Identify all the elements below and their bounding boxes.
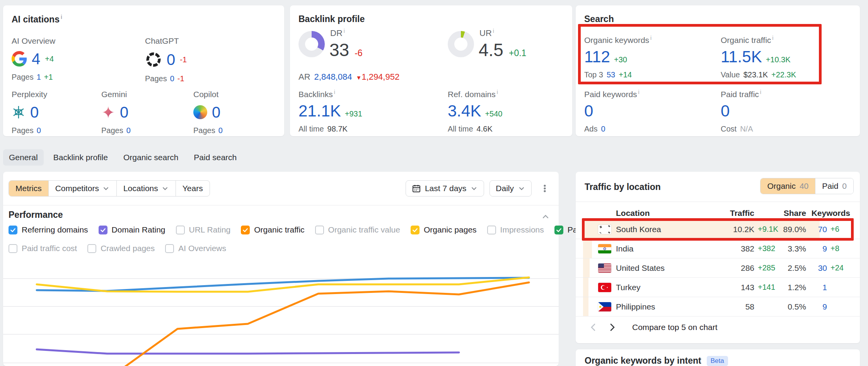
tab-organic-search[interactable]: Organic search	[118, 149, 184, 166]
platform-label: Copilot	[193, 90, 282, 99]
metric-checkbox-impressions[interactable]: Impressions	[487, 225, 544, 234]
keywords-by-intent-card: Organic keywords by intent Beta	[576, 349, 860, 366]
info-icon[interactable]: i	[334, 89, 335, 95]
ahrefs-rank-value[interactable]: 2,848,084	[314, 72, 352, 82]
share-bar	[583, 278, 588, 297]
stat-sub-value[interactable]: 53	[607, 70, 615, 79]
tab-backlink-profile[interactable]: Backlink profile	[48, 149, 114, 166]
metric-checkbox-paid-traffic-cost[interactable]: Paid traffic cost	[9, 244, 77, 253]
location-row-south-korea[interactable]: South Korea 10.2K +9.1K 89.0% 70 +6	[576, 220, 860, 239]
stat-value[interactable]: 0	[584, 103, 593, 119]
domain-rating-donut	[298, 31, 325, 57]
granularity-button[interactable]: Daily	[489, 180, 532, 197]
kr-flag	[598, 225, 616, 234]
metric-checkbox-ai-overviews[interactable]: AI Overviews	[165, 244, 226, 253]
metric-checkbox-domain-rating[interactable]: Domain Rating	[99, 225, 165, 234]
tab-paid-search[interactable]: Paid search	[188, 149, 242, 166]
info-icon[interactable]: i	[493, 28, 494, 34]
compare-top5-button[interactable]: Compare top 5 on chart	[632, 323, 718, 332]
info-icon[interactable]: i	[497, 89, 498, 95]
pages-value[interactable]: 0	[126, 126, 131, 135]
stat-value[interactable]: 11.5K	[721, 49, 762, 65]
share-value: 89.0%	[778, 225, 806, 234]
location-name[interactable]: South Korea	[616, 225, 720, 234]
location-row-philippines[interactable]: Philippines 58 0.5% 9	[576, 297, 860, 316]
traffic-delta: +141	[754, 283, 778, 292]
share-bar	[583, 297, 588, 316]
previous-page-button[interactable]	[586, 320, 601, 335]
keywords-value[interactable]: 9	[806, 302, 827, 311]
keywords-value[interactable]: 9	[806, 244, 827, 253]
segment-years[interactable]: Years	[176, 181, 210, 196]
toggle-organic[interactable]: Organic40	[761, 178, 815, 194]
metric-checkbox-organic-pages[interactable]: Organic pages	[411, 225, 477, 234]
platform-label: AI Overview	[12, 36, 101, 46]
metric-checkbox-referring-domains[interactable]: Referring domains	[9, 225, 88, 234]
pages-row: Pages 0 -1	[145, 74, 234, 83]
date-range-button[interactable]: Last 7 days	[406, 180, 484, 197]
checkbox-icon	[9, 244, 17, 253]
search-stat-paid-keywords: Paid keywordsi 0 Ads0	[584, 89, 639, 133]
location-name[interactable]: India	[616, 244, 720, 253]
next-page-button[interactable]	[604, 320, 620, 335]
organic-paid-toggle: Organic40Paid0	[760, 178, 854, 194]
citations-value[interactable]: 4	[32, 51, 40, 67]
keywords-value[interactable]: 70	[806, 225, 827, 234]
metric-checkbox-crawled-pages[interactable]: Crawled pages	[87, 244, 155, 253]
segment-competitors[interactable]: Competitors	[49, 181, 117, 196]
keywords-value[interactable]: 1	[806, 283, 827, 292]
metric-checkbox-organic-traffic-value[interactable]: Organic traffic value	[315, 225, 400, 234]
metric-label: Paid traffic cost	[22, 244, 77, 253]
ref-domains-value[interactable]: 3.4K	[448, 103, 481, 119]
search-card: Search Organic keywordsi 112 +30 Top 353…	[576, 5, 860, 136]
keywords-value[interactable]: 30	[806, 263, 827, 273]
location-name[interactable]: Philippines	[616, 302, 720, 311]
performance-line-chart[interactable]	[3, 254, 559, 366]
ph-flag	[598, 302, 616, 311]
pages-row: Pages 0	[193, 126, 282, 135]
location-table-header: Location Traffic Share Keywords	[576, 207, 860, 220]
dr-value: 33 -6	[329, 41, 363, 59]
location-name[interactable]: United States	[616, 263, 720, 273]
location-name[interactable]: Turkey	[616, 283, 720, 292]
search-stat-paid-traffic: Paid traffici 0 CostN/A	[721, 89, 761, 133]
info-icon[interactable]: i	[61, 14, 62, 20]
segment-metrics[interactable]: Metrics	[9, 181, 49, 196]
location-row-united-states[interactable]: United States 286 +285 2.5% 30 +24	[576, 258, 860, 278]
location-column-header: Location	[616, 209, 720, 218]
tab-general[interactable]: General	[3, 149, 44, 166]
info-icon[interactable]: i	[772, 35, 773, 41]
stat-value[interactable]: 0	[721, 103, 730, 119]
metric-label: Organic traffic value	[328, 225, 400, 234]
info-icon[interactable]: i	[760, 89, 761, 95]
location-row-india[interactable]: India 382 +382 3.3% 9 +8	[576, 239, 860, 258]
citations-value[interactable]: 0	[167, 52, 175, 67]
pages-value[interactable]: 1	[37, 73, 41, 82]
metric-checkbox-url-rating[interactable]: URL Rating	[176, 225, 231, 234]
location-row-turkey[interactable]: Turkey 143 +141 1.2% 1	[576, 278, 860, 297]
citations-value[interactable]: 0	[120, 104, 128, 120]
traffic-delta: +9.1K	[754, 225, 778, 234]
collapse-section-button[interactable]	[541, 212, 550, 223]
toggle-paid[interactable]: Paid0	[815, 178, 853, 194]
share-bar	[583, 258, 590, 277]
copilot-icon	[193, 105, 207, 119]
stat-value[interactable]: 112	[584, 49, 610, 65]
info-icon[interactable]: i	[650, 35, 651, 41]
backlinks-value[interactable]: 21.1K	[298, 103, 341, 119]
kebab-menu-button[interactable]	[537, 181, 553, 196]
pages-value[interactable]: 0	[37, 126, 41, 135]
citations-value[interactable]: 0	[30, 104, 39, 120]
pages-value[interactable]: 0	[218, 126, 223, 135]
info-icon[interactable]: i	[638, 89, 639, 95]
checkbox-icon	[176, 226, 185, 234]
stat-sub-value[interactable]: 0	[601, 125, 605, 133]
platform-label: Gemini	[101, 90, 190, 99]
segment-locations[interactable]: Locations	[117, 181, 176, 196]
chatgpt-icon	[145, 51, 162, 68]
ai-citations-card: AI citationsi AI Overview 4 +4 Pages 1 +…	[3, 5, 284, 136]
info-icon[interactable]: i	[344, 28, 345, 34]
citations-value[interactable]: 0	[212, 104, 220, 120]
metric-checkbox-organic-traffic[interactable]: Organic traffic	[241, 225, 304, 234]
pages-value[interactable]: 0	[170, 74, 174, 83]
